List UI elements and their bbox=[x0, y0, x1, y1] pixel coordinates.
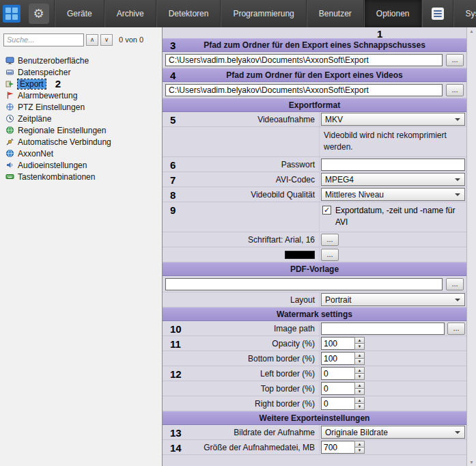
app-logo-button[interactable] bbox=[0, 0, 23, 27]
spin-down-button[interactable]: ▼ bbox=[354, 389, 365, 395]
top-border-label: Top border (%) bbox=[261, 384, 315, 394]
top-border-row: Top border (%) ▲ ▼ bbox=[163, 381, 466, 396]
exportdatum-checkbox[interactable]: ✓ bbox=[322, 206, 331, 215]
sidebar-item-ptz-einstellungen[interactable]: PTZ Einstellungen bbox=[0, 101, 162, 113]
spin-up-button[interactable]: ▲ bbox=[354, 352, 365, 359]
dateigroesse-input[interactable] bbox=[321, 441, 354, 454]
font-color-browse-button[interactable]: ... bbox=[321, 249, 339, 261]
spin-down-button[interactable]: ▼ bbox=[354, 374, 365, 380]
panel-list-icon bbox=[432, 8, 444, 20]
export-icon bbox=[5, 79, 14, 88]
search-next-button[interactable]: ∨ bbox=[100, 34, 113, 46]
bottom-border-input[interactable] bbox=[321, 352, 354, 365]
layout-select[interactable]: Portrait bbox=[321, 293, 465, 306]
tab-programmierung[interactable]: Programmierung bbox=[221, 0, 306, 27]
tab-optionen[interactable]: Optionen bbox=[364, 0, 422, 27]
sidebar-item-label: Tastenkombinationen bbox=[18, 172, 95, 182]
section-header-video-path: 4 Pfad zum Ordner für den Export eines V… bbox=[163, 68, 466, 82]
spin-up-button[interactable]: ▲ bbox=[354, 441, 365, 448]
left-border-label: Left border (%) bbox=[260, 369, 315, 379]
opacity-input[interactable] bbox=[321, 337, 354, 350]
pdf-template-browse-button[interactable]: ... bbox=[446, 278, 464, 290]
sidebar-item-label: Zeitpläne bbox=[18, 114, 51, 124]
sidebar-item-label: Automatische Verbindung bbox=[18, 137, 111, 147]
videoaufnahme-select[interactable]: MKV bbox=[321, 113, 465, 126]
passwort-input[interactable] bbox=[321, 159, 465, 171]
settings-gear-button[interactable]: ⚙ bbox=[23, 0, 55, 27]
spin-down-button[interactable]: ▼ bbox=[354, 344, 365, 350]
spin-up-button[interactable]: ▲ bbox=[354, 367, 365, 374]
bildrate-select[interactable]: Originale Bildrate bbox=[321, 426, 465, 439]
tab-archive[interactable]: Archive bbox=[104, 0, 156, 27]
schriftart-row: Schriftart: Arial, 16 ... bbox=[163, 232, 466, 247]
spin-up-button[interactable]: ▲ bbox=[354, 397, 365, 404]
sidebar-item-label: Benutzeroberfläche bbox=[18, 56, 89, 66]
exportdatum-label: Exportdatum, -zeit und -name für AVI bbox=[335, 205, 465, 228]
annotation-2: 2 bbox=[55, 78, 61, 90]
logo-tile bbox=[12, 14, 18, 20]
search-prev-button[interactable]: ∧ bbox=[86, 34, 98, 46]
tab-system[interactable]: Sys bbox=[453, 0, 476, 27]
sidebar-item-export[interactable]: Export 2 bbox=[0, 78, 162, 90]
sidebar-item-label: Datenspeicher bbox=[18, 68, 70, 77]
search-input[interactable] bbox=[3, 33, 84, 46]
video-path-input[interactable] bbox=[165, 84, 443, 96]
annotation-3: 3 bbox=[170, 40, 176, 51]
tab-geraete[interactable]: Geräte bbox=[55, 0, 104, 27]
sidebar-item-tastenkombinationen[interactable]: Tastenkombinationen bbox=[0, 171, 162, 182]
recompress-info-text: Videobild wird nicht rekomprimiert werde… bbox=[321, 130, 465, 153]
image-path-input[interactable] bbox=[321, 323, 445, 335]
scroll-up-icon[interactable]: ▲ bbox=[469, 29, 474, 33]
vertical-scrollbar[interactable]: ▲ ▼ bbox=[466, 27, 476, 466]
panel-layout-button[interactable] bbox=[422, 0, 453, 27]
videoaufnahme-label: Videoaufnahme bbox=[257, 115, 315, 124]
section-header-snapshot-path: 3 Pfad zum Ordner für den Export eines S… bbox=[163, 38, 466, 52]
annotation-8: 8 bbox=[170, 189, 176, 200]
search-result-count: 0 von 0 bbox=[119, 36, 143, 44]
schriftart-browse-button[interactable]: ... bbox=[321, 234, 339, 246]
sidebar-item-zeitplaene[interactable]: Zeitpläne bbox=[0, 113, 162, 124]
avi-codec-select[interactable]: MPEG4 bbox=[321, 173, 465, 186]
spin-down-button[interactable]: ▼ bbox=[354, 448, 365, 454]
bildrate-label: Bildrate der Aufnahme bbox=[234, 428, 315, 437]
passwort-row: 6 Passwort bbox=[163, 157, 466, 172]
left-border-input[interactable] bbox=[321, 367, 354, 380]
pdf-template-input[interactable] bbox=[165, 278, 443, 290]
spin-up-button[interactable]: ▲ bbox=[354, 337, 365, 344]
sidebar-item-audioeinstellungen[interactable]: Audioeinstellungen bbox=[0, 159, 162, 171]
sidebar-item-regionale-einstellungen[interactable]: Regionale Einstellungen bbox=[0, 124, 162, 136]
chevron-down-icon bbox=[455, 178, 460, 181]
sidebar-item-label: Export bbox=[18, 79, 46, 89]
sidebar-item-datenspeicher[interactable]: Datenspeicher bbox=[0, 66, 162, 78]
annotation-7: 7 bbox=[170, 174, 176, 185]
qualitaet-label: Videobild Qualität bbox=[251, 190, 315, 200]
video-path-browse-button[interactable]: ... bbox=[446, 84, 464, 96]
spin-down-button[interactable]: ▼ bbox=[354, 404, 365, 410]
chevron-down-icon bbox=[455, 299, 460, 301]
snapshot-path-input[interactable] bbox=[165, 54, 443, 66]
qualitaet-select[interactable]: Mittleres Niveau bbox=[321, 188, 465, 201]
dateigroesse-row: 14 Größe der Aufnahmedatei, MB ▲ ▼ bbox=[163, 440, 466, 455]
tab-detektoren[interactable]: Detektoren bbox=[156, 0, 221, 27]
snapshot-path-browse-button[interactable]: ... bbox=[446, 54, 464, 66]
chevron-down-icon bbox=[455, 118, 460, 121]
image-path-label: Image path bbox=[274, 324, 315, 333]
spin-up-button[interactable]: ▲ bbox=[354, 382, 365, 389]
spin-down-button[interactable]: ▼ bbox=[354, 359, 365, 365]
bottom-border-label: Bottom border (%) bbox=[248, 354, 315, 364]
sidebar-item-label: AxxonNet bbox=[18, 149, 53, 159]
right-border-input[interactable] bbox=[321, 397, 354, 410]
bildrate-value: Originale Bildrate bbox=[325, 428, 388, 437]
sidebar-item-alarmbewertung[interactable]: Alarmbewertung bbox=[0, 90, 162, 101]
scroll-down-icon[interactable]: ▼ bbox=[469, 460, 474, 465]
sidebar-item-label: Regionale Einstellungen bbox=[18, 126, 106, 135]
sidebar-item-axxonnet[interactable]: AxxonNet bbox=[0, 148, 162, 159]
image-path-browse-button[interactable]: ... bbox=[447, 323, 465, 335]
section-header-label: Exportformat bbox=[289, 100, 340, 110]
speaker-icon bbox=[5, 161, 14, 169]
top-border-input[interactable] bbox=[321, 382, 354, 395]
annotation-12: 12 bbox=[170, 368, 182, 379]
sidebar-item-automatische-verbindung[interactable]: Automatische Verbindung bbox=[0, 136, 162, 148]
sidebar-item-benutzeroberflaeche[interactable]: Benutzeroberfläche bbox=[0, 55, 162, 66]
tab-benutzer[interactable]: Benutzer bbox=[307, 0, 364, 27]
